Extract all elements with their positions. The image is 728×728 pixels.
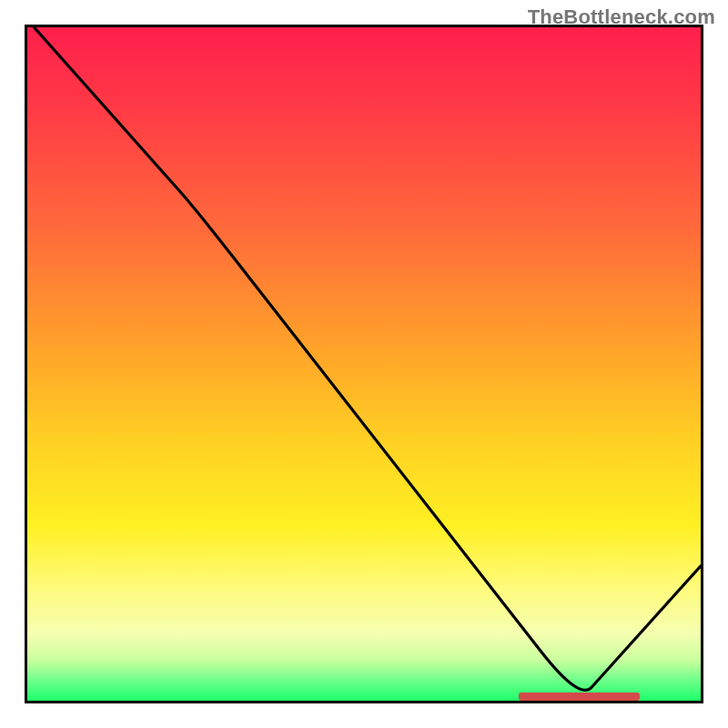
page-root: TheBottleneck.com — [0, 0, 728, 728]
chart-frame — [25, 25, 703, 703]
chart-background-gradient — [27, 27, 701, 701]
chart-bottom-marker — [519, 693, 640, 701]
